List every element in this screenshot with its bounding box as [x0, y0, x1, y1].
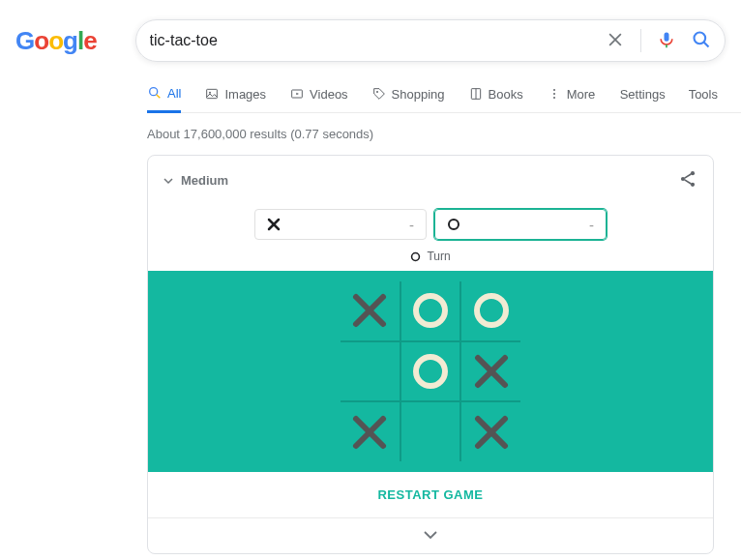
board-cell[interactable]	[341, 342, 399, 400]
tab-books[interactable]: Books	[468, 85, 523, 112]
o-mark	[411, 352, 450, 391]
svg-line-5	[704, 42, 709, 46]
tab-all[interactable]: All	[147, 85, 181, 113]
svg-point-29	[477, 296, 506, 325]
results-stats: About 17,600,000 results (0.77 seconds)	[147, 113, 741, 155]
mic-icon[interactable]	[657, 30, 676, 52]
tools-link[interactable]: Tools	[689, 87, 718, 111]
tab-images[interactable]: Images	[204, 85, 266, 112]
x-icon	[267, 218, 281, 231]
grid-line	[459, 281, 461, 461]
tab-label: More	[567, 87, 596, 102]
expand-button[interactable]	[148, 518, 713, 553]
x-mark	[350, 291, 389, 330]
tab-label: Books	[489, 87, 523, 102]
x-mark	[472, 352, 511, 391]
dots-icon	[547, 86, 562, 102]
x-mark	[350, 413, 389, 452]
svg-rect-8	[207, 89, 218, 98]
tab-label: Videos	[310, 87, 348, 102]
o-mark	[472, 291, 511, 330]
svg-line-7	[157, 95, 161, 99]
x-mark	[472, 413, 511, 452]
book-icon	[468, 86, 484, 102]
search-icon[interactable]	[692, 30, 711, 52]
game-board	[341, 281, 520, 461]
difficulty-label: Medium	[181, 173, 228, 188]
tag-icon	[371, 86, 387, 102]
turn-indicator: Turn	[148, 250, 713, 263]
board-cell[interactable]	[341, 281, 399, 339]
search-icon	[147, 85, 163, 101]
player-x-score[interactable]: -	[254, 209, 427, 240]
board-cell[interactable]	[401, 403, 459, 461]
o-mark	[411, 291, 450, 330]
tab-label: Images	[224, 87, 266, 102]
board-cell[interactable]	[462, 342, 520, 400]
board-cell[interactable]	[401, 342, 459, 400]
tab-more[interactable]: More	[547, 85, 596, 112]
tab-videos[interactable]: Videos	[289, 85, 348, 112]
video-icon	[289, 86, 305, 102]
turn-label: Turn	[427, 250, 450, 263]
svg-point-16	[553, 97, 555, 99]
svg-rect-2	[665, 32, 669, 41]
svg-point-30	[416, 357, 445, 386]
search-bar	[135, 19, 726, 62]
svg-point-24	[449, 220, 459, 229]
board-cell[interactable]	[401, 281, 459, 339]
tab-label: All	[167, 86, 181, 101]
board-cell[interactable]	[462, 403, 520, 461]
caret-down-icon	[163, 176, 173, 186]
o-icon	[447, 218, 460, 231]
svg-point-6	[150, 88, 158, 96]
google-logo[interactable]: Google	[15, 26, 97, 56]
tab-shopping[interactable]: Shopping	[371, 85, 445, 112]
score-value: -	[589, 217, 594, 233]
share-icon	[678, 169, 697, 189]
game-board-area	[148, 271, 713, 472]
svg-point-4	[695, 32, 706, 44]
score-value: -	[409, 217, 414, 233]
difficulty-selector[interactable]: Medium	[163, 173, 228, 188]
svg-point-15	[553, 93, 555, 95]
svg-point-28	[416, 296, 445, 325]
chevron-down-icon	[421, 529, 440, 541]
player-o-score[interactable]: -	[434, 209, 607, 240]
svg-point-11	[376, 91, 378, 93]
settings-link[interactable]: Settings	[620, 87, 666, 111]
tab-label: Shopping	[392, 87, 445, 102]
clear-icon[interactable]	[606, 30, 625, 52]
restart-button[interactable]: RESTART GAME	[148, 472, 713, 518]
board-cell[interactable]	[462, 281, 520, 339]
svg-point-25	[412, 252, 420, 260]
svg-line-20	[685, 174, 692, 178]
grid-line	[341, 400, 520, 402]
search-input[interactable]	[150, 32, 606, 49]
tic-tac-toe-card: Medium - - Turn RESTART GAME	[147, 155, 714, 554]
svg-point-14	[553, 89, 555, 91]
svg-line-21	[685, 180, 692, 184]
image-icon	[204, 86, 220, 102]
o-icon	[410, 251, 421, 262]
share-button[interactable]	[678, 169, 697, 192]
board-cell[interactable]	[341, 403, 399, 461]
